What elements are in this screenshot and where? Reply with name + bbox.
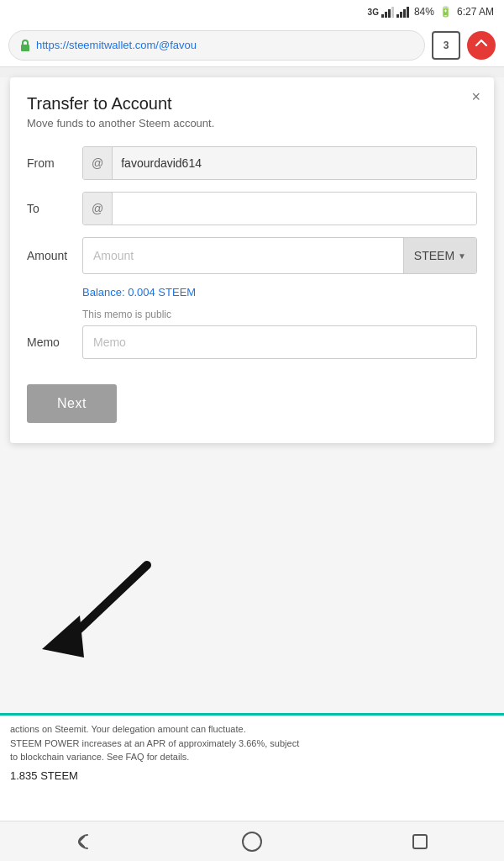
bg-text-1: actions on Steemit. Your delegation amou… — [10, 722, 494, 737]
home-button[interactable] — [235, 828, 269, 855]
page-content: actions on Steemit. Your delegation amou… — [0, 77, 504, 831]
memo-public-label: This memo is public — [27, 309, 477, 320]
tab-count-button[interactable]: 3 — [432, 31, 460, 60]
signal-bars-2 — [396, 6, 409, 18]
battery-icon: 🔋 — [439, 6, 452, 18]
amount-input[interactable] — [83, 238, 403, 273]
to-row: To @ — [27, 192, 477, 225]
svg-rect-0 — [21, 45, 29, 51]
bg-text-2: STEEM POWER increases at an APR of appro… — [10, 737, 494, 751]
lock-icon — [19, 39, 31, 52]
recent-icon — [408, 830, 432, 853]
next-button[interactable]: Next — [27, 384, 117, 423]
memo-row: Memo — [27, 325, 477, 359]
signal-3g-label: 3G — [368, 8, 379, 17]
to-at-prefix: @ — [83, 193, 113, 224]
svg-line-1 — [67, 565, 147, 641]
signal-bars — [381, 6, 394, 18]
battery-percent: 84% — [414, 6, 434, 18]
svg-rect-4 — [413, 835, 427, 848]
transfer-modal: Transfer to Account Move funds to anothe… — [10, 77, 494, 443]
back-icon — [72, 830, 96, 853]
signal-icons: 3G — [368, 6, 409, 18]
amount-row-container: Amount STEEM ▼ — [27, 237, 477, 274]
currency-dropdown-arrow: ▼ — [458, 251, 466, 261]
amount-input-wrapper: STEEM ▼ — [82, 237, 477, 274]
recent-button[interactable] — [403, 828, 437, 855]
modal-title: Transfer to Account — [27, 94, 477, 114]
to-input-wrapper: @ — [82, 192, 477, 225]
close-button[interactable]: × — [471, 89, 480, 104]
url-text: https://steemitwallet.com/@favou — [36, 39, 197, 51]
amount-label: Amount — [27, 249, 74, 262]
currency-label: STEEM — [414, 249, 454, 262]
from-input[interactable] — [113, 147, 476, 179]
currency-select[interactable]: STEEM ▼ — [403, 238, 476, 273]
from-input-wrapper: @ — [82, 146, 477, 180]
time-display: 6:27 AM — [457, 6, 494, 18]
memo-label: Memo — [27, 335, 74, 349]
from-label: From — [27, 156, 74, 170]
url-bar[interactable]: https://steemitwallet.com/@favou — [8, 30, 425, 61]
back-button[interactable] — [67, 828, 101, 855]
svg-marker-2 — [42, 615, 84, 658]
to-label: To — [27, 202, 74, 215]
bg-text-3: to blockchain variance. See FAQ for deta… — [10, 750, 494, 764]
refresh-icon — [474, 38, 489, 53]
status-bar: 3G 84% 🔋 6:27 AM — [0, 0, 504, 24]
from-row: From @ — [27, 146, 477, 180]
pointer-arrow — [17, 548, 151, 661]
to-input[interactable] — [113, 193, 476, 224]
refresh-button[interactable] — [467, 31, 496, 60]
browser-bar: https://steemitwallet.com/@favou 3 — [0, 24, 504, 67]
svg-point-3 — [243, 832, 261, 851]
modal-subtitle: Move funds to another Steem account. — [27, 117, 477, 129]
background-page: actions on Steemit. Your delegation amou… — [0, 713, 504, 831]
home-icon — [240, 830, 264, 853]
from-at-prefix: @ — [83, 147, 113, 179]
bg-value-1: 1.835 STEEM — [10, 769, 494, 782]
balance-display: Balance: 0.004 STEEM — [27, 286, 477, 298]
bottom-nav — [0, 821, 504, 861]
memo-input[interactable] — [82, 325, 477, 359]
